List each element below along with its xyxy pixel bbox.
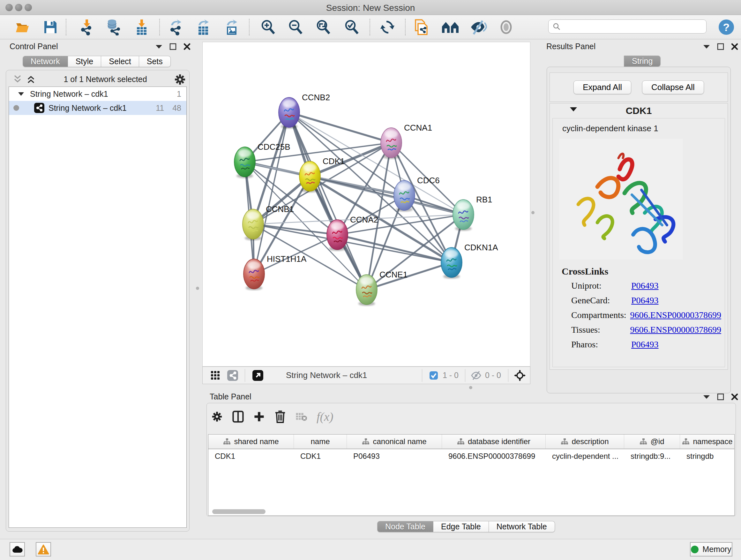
tab-node-table[interactable]: Node Table bbox=[377, 521, 433, 532]
table-panel-float-icon[interactable] bbox=[715, 392, 726, 401]
toolbar-search[interactable] bbox=[548, 19, 706, 34]
tab-network-table[interactable]: Network Table bbox=[489, 521, 555, 532]
zoom-selected-button[interactable] bbox=[343, 18, 360, 36]
right-splitter-handle[interactable] bbox=[531, 211, 535, 214]
zoom-in-button[interactable] bbox=[259, 18, 277, 36]
new-network-from-selection-button[interactable] bbox=[413, 18, 431, 36]
add-column-plus-icon[interactable] bbox=[253, 412, 265, 422]
refresh-view-button[interactable] bbox=[379, 18, 396, 36]
table-cell[interactable]: CDK1 bbox=[208, 449, 294, 463]
delete-column-trash-icon[interactable] bbox=[274, 412, 286, 422]
network-node-RB1[interactable]: RB1 bbox=[453, 195, 492, 231]
column-header-databaseidentifier[interactable]: database identifier bbox=[442, 435, 546, 449]
import-network-database-button[interactable] bbox=[105, 18, 122, 36]
crosslink-link[interactable]: P06493 bbox=[631, 295, 659, 310]
bottom-splitter-handle[interactable] bbox=[469, 386, 472, 389]
column-header-namespace[interactable]: namespace bbox=[680, 435, 735, 449]
network-canvas[interactable]: CCNB2CCNA1CDC25BCDK1CDC6RB1CCNB1CCNA2CDK… bbox=[202, 42, 530, 367]
results-panel-float-icon[interactable] bbox=[715, 42, 726, 51]
crosslink-link[interactable]: 9606.ENSP00000378699 bbox=[630, 325, 721, 339]
network-row-selected[interactable]: String Network – cdk1 11 48 bbox=[9, 101, 186, 115]
selected-checkbox-icon[interactable] bbox=[428, 371, 440, 380]
table-horizontal-scrollbar[interactable] bbox=[212, 509, 266, 514]
cybrowser-home-button[interactable] bbox=[441, 18, 459, 36]
column-header-id[interactable]: @id bbox=[624, 435, 680, 449]
control-panel-menu-icon[interactable] bbox=[153, 42, 165, 51]
collection-expand-icon[interactable] bbox=[18, 91, 24, 96]
select-columns-icon[interactable] bbox=[232, 412, 244, 422]
birds-eye-grid-icon[interactable] bbox=[210, 371, 221, 380]
hidden-eye-slash-icon[interactable] bbox=[470, 371, 482, 380]
zoom-in-icon bbox=[260, 19, 276, 35]
import-table-button[interactable] bbox=[133, 18, 151, 36]
table-panel-close-icon[interactable] bbox=[729, 392, 740, 401]
search-input[interactable] bbox=[561, 22, 701, 31]
tab-sets[interactable]: Sets bbox=[139, 56, 171, 67]
crosslink-link[interactable]: 9606.ENSP00000378699 bbox=[630, 310, 721, 325]
network-node-CCNA2[interactable]: CCNA2 bbox=[327, 215, 378, 251]
memory-button[interactable]: Memory bbox=[690, 542, 732, 557]
network-share-icon[interactable] bbox=[227, 371, 239, 380]
control-panel-close-icon[interactable] bbox=[181, 42, 193, 51]
edge-CCNB1-CCNA2[interactable] bbox=[253, 224, 337, 235]
protein-ribbon-drawing bbox=[559, 139, 683, 260]
column-header-description[interactable]: description bbox=[546, 435, 624, 449]
collapse-all-networks-icon[interactable] bbox=[13, 75, 22, 84]
tab-select[interactable]: Select bbox=[101, 56, 139, 67]
export-table-button[interactable] bbox=[194, 18, 212, 36]
open-session-button[interactable] bbox=[13, 18, 31, 36]
network-node-CCNA1[interactable]: CCNA1 bbox=[381, 123, 432, 159]
expand-all-button[interactable]: Expand All bbox=[574, 80, 631, 94]
center-view-crosshair-icon[interactable] bbox=[514, 371, 526, 380]
export-network-button[interactable] bbox=[167, 18, 185, 36]
main-toolbar: ? bbox=[0, 15, 741, 39]
crosslink-link[interactable]: P06493 bbox=[631, 339, 659, 354]
tab-edge-table[interactable]: Edge Table bbox=[433, 521, 489, 532]
network-node-CDKN1A[interactable]: CDKN1A bbox=[441, 243, 498, 279]
left-splitter-handle[interactable] bbox=[196, 287, 199, 290]
protein-structure-image[interactable] bbox=[559, 139, 683, 260]
table-panel-menu-icon[interactable] bbox=[701, 392, 712, 401]
table-cell[interactable]: stringdb:9... bbox=[624, 449, 680, 463]
table-row[interactable]: CDK1CDK1P064939606.ENSP00000378699cyclin… bbox=[208, 449, 734, 463]
export-view-icon[interactable] bbox=[252, 371, 264, 380]
results-panel-menu-icon[interactable] bbox=[701, 42, 712, 51]
table-cell[interactable]: cyclin-dependent ... bbox=[546, 449, 624, 463]
crosslink-label: Compartments: bbox=[571, 310, 630, 325]
export-image-button[interactable] bbox=[223, 18, 241, 36]
crosslink-link[interactable]: P06493 bbox=[631, 281, 659, 295]
column-header-name[interactable]: name bbox=[294, 435, 347, 449]
table-settings-gear-icon[interactable] bbox=[211, 412, 223, 422]
network-collection-row[interactable]: String Network – cdk1 1 bbox=[9, 87, 186, 101]
cloud-status-button[interactable] bbox=[10, 542, 25, 557]
tab-network[interactable]: Network bbox=[23, 56, 68, 67]
import-network-file-button[interactable] bbox=[77, 18, 95, 36]
memory-status-dot bbox=[691, 546, 698, 553]
column-header-canonicalname[interactable]: canonical name bbox=[347, 435, 442, 449]
table-cell[interactable]: P06493 bbox=[347, 449, 442, 463]
help-button[interactable]: ? bbox=[718, 18, 735, 36]
table-cell[interactable]: 9606.ENSP00000378699 bbox=[442, 449, 546, 463]
network-options-gear-icon[interactable] bbox=[174, 73, 186, 85]
column-header-sharedname[interactable]: shared name bbox=[208, 435, 294, 449]
column-label: namespace bbox=[693, 437, 732, 446]
table-cell[interactable]: stringdb bbox=[680, 449, 735, 463]
table-cell[interactable]: CDK1 bbox=[294, 449, 347, 463]
tab-string[interactable]: String bbox=[624, 56, 661, 67]
warning-status-button[interactable] bbox=[36, 542, 51, 557]
expand-all-networks-icon[interactable] bbox=[26, 75, 36, 84]
show-grayed-button[interactable] bbox=[497, 18, 515, 36]
control-panel-float-icon[interactable] bbox=[167, 42, 179, 51]
zoom-out-button[interactable] bbox=[286, 18, 305, 36]
collapse-all-button[interactable]: Collapse All bbox=[642, 80, 704, 94]
network-node-HIST1H1A[interactable]: HIST1H1A bbox=[244, 254, 307, 290]
database-network-icon bbox=[105, 19, 122, 36]
hide-selected-button[interactable] bbox=[469, 18, 487, 36]
zoom-fit-button[interactable] bbox=[314, 18, 332, 36]
edge-CCNB2-CCNA1[interactable] bbox=[289, 112, 391, 143]
network-node-CCNE1[interactable]: CCNE1 bbox=[356, 270, 408, 306]
save-session-button[interactable] bbox=[42, 18, 59, 36]
node-label-CDC6: CDC6 bbox=[417, 176, 440, 185]
tab-style[interactable]: Style bbox=[68, 56, 102, 67]
results-panel-close-icon[interactable] bbox=[729, 42, 740, 51]
